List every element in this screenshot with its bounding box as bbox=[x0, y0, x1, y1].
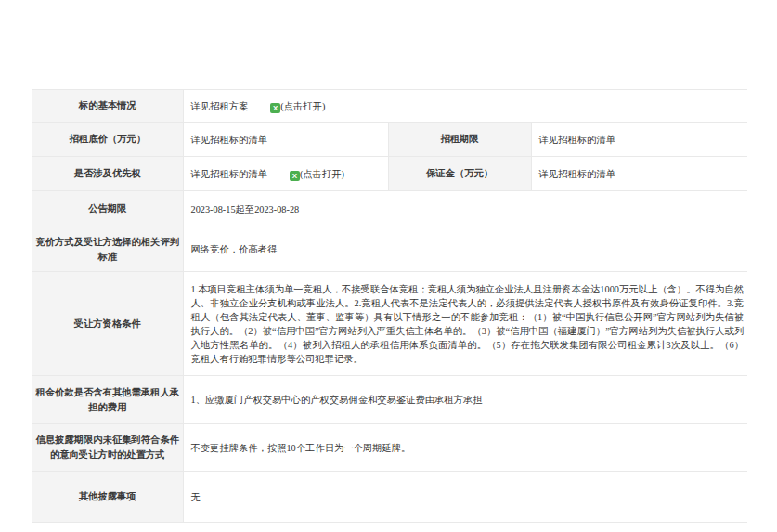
label-transferee-qualifications: 受让方资格条件 bbox=[32, 272, 183, 376]
value-priority-right: 详见招租标的清单X(点击打开) bbox=[183, 157, 388, 191]
label-priority-right: 是否涉及优先权 bbox=[32, 157, 183, 191]
table-row: 其他披露事项 无 bbox=[32, 472, 747, 523]
value-no-qualified-transferee-handling: 不变更挂牌条件，按照10个工作日为一个周期延牌。 bbox=[183, 424, 747, 472]
value-other-fees: 1、应缴厦门产权交易中心的产权交易佣金和交易鉴证费由承租方承担 bbox=[183, 376, 747, 424]
open-attachment-link[interactable]: (点击打开) bbox=[300, 169, 344, 179]
value-bidding-method: 网络竞价，价高者得 bbox=[183, 227, 747, 272]
table-row: 是否涉及优先权 详见招租标的清单X(点击打开) 保证金（万元） 详见招租标的清单 bbox=[32, 157, 747, 191]
table-row: 竞价方式及受让方选择的相关评判标准 网络竞价，价高者得 bbox=[32, 227, 747, 272]
label-subject-basic-info: 标的基本情况 bbox=[32, 90, 183, 123]
label-other-disclosure-items: 其他披露事项 bbox=[32, 472, 183, 523]
value-announcement-period: 2023-08-15起至2023-08-28 bbox=[183, 191, 747, 227]
excel-file-icon[interactable]: X bbox=[270, 103, 280, 113]
excel-file-icon[interactable]: X bbox=[290, 171, 300, 181]
value-rental-floor-price: 详见招租标的清单 bbox=[183, 123, 388, 157]
value-text: 详见招租标的清单 bbox=[191, 169, 267, 179]
table-row: 标的基本情况 详见招租方案X(点击打开) bbox=[32, 90, 747, 123]
table-row: 信息披露期限内未征集到符合条件的意向受让方时的处置方式 不变更挂牌条件，按照10… bbox=[32, 424, 747, 472]
label-announcement-period: 公告期限 bbox=[32, 191, 183, 227]
value-transferee-qualifications: 1.本项目竞租主体须为单一竞租人，不接受联合体竞租；竞租人须为独立企业法人且注册… bbox=[183, 272, 747, 376]
value-other-disclosure-items: 无 bbox=[183, 472, 747, 523]
label-no-qualified-transferee-handling: 信息披露期限内未征集到符合条件的意向受让方时的处置方式 bbox=[32, 424, 183, 472]
rental-announcement-page: 标的基本情况 详见招租方案X(点击打开) 招租底价（万元） 详见招租标的清单 招… bbox=[0, 0, 777, 532]
label-rental-floor-price: 招租底价（万元） bbox=[32, 123, 183, 157]
label-deposit: 保证金（万元） bbox=[388, 157, 531, 191]
table-row: 招租底价（万元） 详见招租标的清单 招租期限 详见招租标的清单 bbox=[32, 123, 747, 157]
label-bidding-method: 竞价方式及受让方选择的相关评判标准 bbox=[32, 227, 183, 272]
value-deposit: 详见招租标的清单 bbox=[531, 157, 747, 191]
value-rental-term: 详见招租标的清单 bbox=[531, 123, 747, 157]
label-rental-term: 招租期限 bbox=[388, 123, 531, 157]
table-row: 公告期限 2023-08-15起至2023-08-28 bbox=[32, 191, 747, 227]
table-row: 受让方资格条件 1.本项目竞租主体须为单一竞租人，不接受联合体竞租；竞租人须为独… bbox=[32, 272, 747, 376]
label-other-fees: 租金价款是否含有其他需承租人承担的费用 bbox=[32, 376, 183, 424]
value-text: 详见招租方案 bbox=[191, 101, 249, 111]
table-row: 租金价款是否含有其他需承租人承担的费用 1、应缴厦门产权交易中心的产权交易佣金和… bbox=[32, 376, 747, 424]
value-subject-basic-info: 详见招租方案X(点击打开) bbox=[183, 90, 747, 123]
open-attachment-link[interactable]: (点击打开) bbox=[280, 101, 325, 111]
rental-disclosure-table: 标的基本情况 详见招租方案X(点击打开) 招租底价（万元） 详见招租标的清单 招… bbox=[32, 89, 747, 523]
